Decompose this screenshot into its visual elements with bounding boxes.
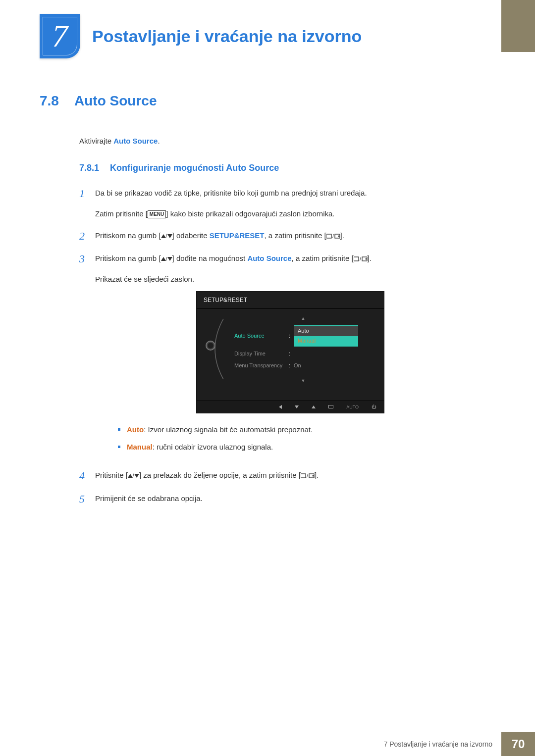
chapter-title: Postavljanje i vraćanje na izvorno	[92, 27, 362, 46]
step-4-text: Pritisnite [ / ] za prelazak do željene …	[95, 469, 485, 481]
up-down-icon: /	[161, 232, 172, 241]
step-number: 3	[79, 252, 95, 459]
page-content: 7.8Auto Source Aktivirajte Auto Source. …	[40, 93, 485, 515]
up-down-icon: /	[161, 255, 172, 264]
step-2-text: Pritiskom na gumb [ / ] odaberite SETUP&…	[95, 230, 485, 242]
osd-row-menu-transparency: Menu Transparency : On	[229, 360, 377, 372]
step-number: 2	[79, 230, 95, 243]
step-number: 4	[79, 469, 95, 482]
enter-icon: /	[354, 254, 368, 262]
option-bullets: Auto: Izvor ulaznog signala bit će autom…	[118, 424, 485, 453]
back-icon	[279, 405, 282, 409]
svg-text:/: /	[332, 234, 334, 239]
osd-dropdown: Auto Manual	[294, 325, 358, 347]
svg-point-3	[338, 236, 339, 237]
setup-reset-label: SETUP&RESET	[210, 231, 265, 240]
menu-button-icon: MENU	[148, 210, 166, 218]
osd-label: Auto Source	[229, 332, 289, 341]
svg-point-11	[312, 475, 314, 477]
osd-option-auto: Auto	[294, 326, 358, 336]
intro-text: Aktivirajte Auto Source.	[79, 137, 485, 145]
page-footer: 7 Postavljanje i vraćanje na izvorno 70	[375, 732, 535, 756]
osd-row-auto-source: Auto Source : Auto Manual	[229, 324, 377, 348]
footer-text: 7 Postavljanje i vraćanje na izvorno	[375, 732, 501, 756]
gear-icon	[206, 341, 215, 351]
svg-rect-0	[326, 234, 331, 238]
osd-screenshot: SETUP&RESET ▲ Auto Source :	[196, 291, 384, 413]
step-3-line2: Prikazat će se sljedeći zaslon.	[95, 273, 485, 285]
steps-list: 1 Da bi se prikazao vodič za tipke, prit…	[79, 187, 485, 505]
page-number: 70	[501, 732, 535, 756]
chapter-header: 7 Postavljanje i vraćanje na izvorno	[40, 14, 362, 58]
source-icon	[328, 405, 333, 408]
step-5: 5 Primijenit će se odabrana opcija.	[79, 493, 485, 505]
header-accent-bar	[501, 0, 535, 52]
step-number: 1	[79, 187, 95, 220]
osd-footer: AUTO ⏻	[197, 401, 384, 413]
step-1: 1 Da bi se prikazao vodič za tipke, prit…	[79, 187, 485, 220]
enter-icon: /	[326, 231, 340, 240]
osd-option-manual: Manual	[294, 336, 358, 346]
svg-rect-8	[301, 474, 306, 478]
step-3: 3 Pritiskom na gumb [ / ] dođite na mogu…	[79, 252, 485, 459]
svg-rect-4	[354, 257, 359, 261]
up-down-icon: /	[128, 471, 139, 480]
power-icon: ⏻	[372, 403, 376, 410]
caret-up-icon: ▲	[229, 315, 377, 322]
osd-row-display-time: Display Time :	[229, 348, 377, 360]
step-1-line1: Da bi se prikazao vodič za tipke, pritis…	[95, 187, 485, 199]
step-5-text: Primijenit će se odabrana opcija.	[95, 493, 485, 504]
svg-text:/: /	[360, 256, 361, 262]
chapter-tab: 7	[40, 14, 80, 58]
bullet-manual-label: Manual	[127, 443, 153, 451]
svg-point-7	[365, 258, 367, 260]
step-4: 4 Pritisnite [ / ] za prelazak do željen…	[79, 469, 485, 482]
enter-icon: /	[301, 471, 315, 479]
section-title: 7.8Auto Source	[40, 93, 485, 109]
down-icon	[295, 405, 299, 408]
step-number: 5	[79, 493, 95, 505]
subsection-title: 7.8.1Konfiguriranje mogućnosti Auto Sour…	[79, 163, 485, 173]
intro-highlight: Auto Source	[113, 137, 158, 145]
subsection-number: 7.8.1	[79, 163, 110, 173]
osd-value: On	[294, 361, 377, 370]
caret-down-icon: ▼	[229, 377, 377, 384]
step-1-line2: Zatim pritisnite [MENU] kako biste prika…	[95, 208, 485, 220]
step-2: 2 Pritiskom na gumb [ / ] odaberite SETU…	[79, 230, 485, 243]
step-3-line1: Pritiskom na gumb [ / ] dođite na mogućn…	[95, 252, 485, 264]
osd-title: SETUP&RESET	[197, 292, 384, 308]
auto-label: AUTO	[346, 403, 359, 410]
section-number: 7.8	[40, 93, 74, 109]
bullet-auto-label: Auto	[127, 425, 144, 434]
up-icon	[312, 405, 316, 408]
svg-text:/: /	[307, 473, 308, 479]
osd-label: Display Time	[229, 350, 289, 358]
osd-label: Menu Transparency	[229, 361, 289, 370]
auto-source-label: Auto Source	[247, 254, 291, 262]
bullet-auto: Auto: Izvor ulaznog signala bit će autom…	[118, 424, 485, 436]
osd-side-graphic	[202, 312, 229, 387]
bullet-manual: Manual: ručni odabir izvora ulaznog sign…	[118, 442, 485, 453]
